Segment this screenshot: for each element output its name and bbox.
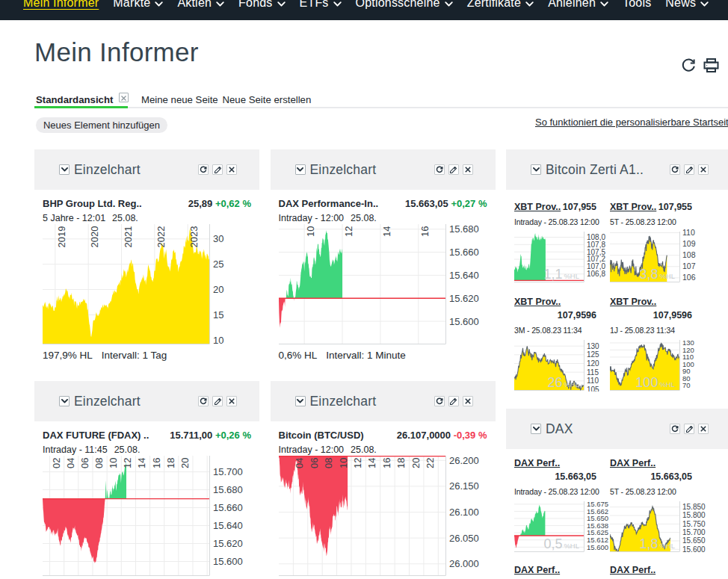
- svg-text:70: 70: [682, 381, 691, 389]
- instrument-name[interactable]: BHP Group Ltd. Reg..: [43, 196, 142, 212]
- svg-text:14: 14: [366, 458, 377, 468]
- mini-chart-area: 1101091081071063,8%HL: [610, 229, 706, 283]
- mini-instrument-link[interactable]: DAX Perf..: [514, 563, 560, 577]
- mini-chart-period: 1J - 25.08.23 11:34: [610, 325, 706, 335]
- nav-item-etfs[interactable]: ETFs: [300, 0, 342, 13]
- mini-instrument-link[interactable]: DAX Perf..: [610, 563, 655, 577]
- card-body: DAX FUTURE (FDAX) ..15.711,00 +0,26 %Int…: [34, 421, 259, 579]
- card-edit-icon[interactable]: [684, 424, 694, 434]
- chart-xbt_5t: 1101091081071063,8%HL: [610, 229, 706, 283]
- tab-neue-seite-erstellen[interactable]: Neue Seite erstellen: [223, 94, 312, 105]
- chevron-down-icon: [700, 0, 709, 13]
- tab-standardansicht[interactable]: Standardansicht: [36, 94, 113, 105]
- mini-quote-value: 107,955: [563, 200, 596, 214]
- quote-change: +0,26 %: [215, 430, 251, 441]
- personalization-help-link[interactable]: So funktioniert die personalisierbare St…: [535, 117, 728, 128]
- card-close-icon[interactable]: [698, 164, 709, 175]
- card-actions: [198, 396, 237, 406]
- svg-text:15.680: 15.680: [213, 484, 243, 495]
- tab-meine-neue-seite[interactable]: Meine neue Seite: [141, 94, 218, 105]
- collapse-chevron-icon[interactable]: [295, 396, 306, 406]
- instrument-quote: 15.711,00 +0,26 %: [170, 427, 251, 444]
- collapse-chevron-icon[interactable]: [59, 164, 70, 175]
- card-header-title: Einzelchart: [310, 394, 434, 409]
- collapse-chevron-icon[interactable]: [59, 396, 70, 406]
- nav-item-tools[interactable]: Tools: [623, 0, 651, 13]
- chart-date: 25.08.: [112, 213, 138, 223]
- card-refresh-icon[interactable]: [198, 164, 209, 175]
- mini-instrument-link[interactable]: DAX Perf..: [514, 456, 560, 470]
- mini-chart-grid: XBT Prov..107,955Intraday - 25.08.23 12:…: [514, 200, 723, 391]
- collapse-chevron-icon[interactable]: [531, 424, 541, 434]
- card-refresh-icon[interactable]: [670, 164, 680, 175]
- svg-text:16: 16: [419, 226, 430, 237]
- svg-text:26.150: 26.150: [449, 480, 479, 492]
- chart-dax_mini_5t: 15.85015.80015.75015.70015.65015.6001,8%…: [610, 499, 706, 553]
- mini-chart-period: 5T - 25.08.23 12:00: [610, 217, 706, 227]
- svg-text:15.650: 15.650: [682, 536, 706, 545]
- svg-text:2023: 2023: [188, 226, 200, 248]
- instrument-name[interactable]: DAX FUTURE (FDAX) ..: [43, 427, 149, 444]
- card-edit-icon[interactable]: [212, 396, 223, 406]
- card-refresh-icon[interactable]: [434, 396, 445, 406]
- card-edit-icon[interactable]: [448, 164, 459, 175]
- card-bitcoin-zerti-a1-: Bitcoin Zerti A1..XBT Prov..107,955Intra…: [506, 149, 728, 394]
- mini-head: XBT Prov..107,9596: [514, 295, 596, 322]
- nav-item-m-rkte[interactable]: Märkte: [113, 0, 163, 13]
- card-edit-icon[interactable]: [212, 164, 223, 175]
- card-refresh-icon[interactable]: [434, 164, 445, 175]
- instrument-name[interactable]: DAX Performance-In..: [279, 196, 379, 212]
- nav-item-optionsscheine[interactable]: Optionsscheine: [356, 0, 453, 13]
- mini-instrument-link[interactable]: XBT Prov..: [514, 200, 561, 214]
- refresh-page-icon[interactable]: [680, 58, 697, 77]
- card-refresh-icon[interactable]: [198, 396, 209, 406]
- nav-item-news[interactable]: News: [665, 0, 709, 13]
- card-close-icon[interactable]: [463, 164, 473, 175]
- card-close-icon[interactable]: [698, 424, 709, 434]
- mini-instrument-link[interactable]: XBT Prov..: [610, 200, 656, 214]
- collapse-chevron-icon[interactable]: [531, 164, 541, 175]
- nav-item-mein-informer[interactable]: Mein Informer: [23, 0, 99, 13]
- svg-text:06: 06: [308, 458, 319, 468]
- nav-item-label: Optionsscheine: [356, 0, 440, 13]
- card-body: Bitcoin (BTC/USD)26.107,0000 -0,39 %Intr…: [271, 421, 496, 579]
- svg-text:15.850: 15.850: [682, 503, 706, 511]
- card-edit-icon[interactable]: [448, 396, 459, 406]
- collapse-chevron-icon[interactable]: [295, 164, 306, 175]
- instrument-row: DAX FUTURE (FDAX) ..15.711,00 +0,26 %: [43, 427, 251, 444]
- card-header: Bitcoin Zerti A1..: [506, 149, 728, 190]
- chart-area: 26.20026.15026.10026.05026.0000406081012…: [279, 456, 487, 577]
- instrument-name[interactable]: Bitcoin (BTC/USD): [279, 427, 364, 444]
- svg-text:08: 08: [93, 458, 105, 468]
- nav-item-fonds[interactable]: Fonds: [238, 0, 285, 13]
- nav-item-anleihen[interactable]: Anleihen: [548, 0, 608, 13]
- chart-date: 25.08.: [351, 213, 377, 223]
- add-element-button[interactable]: Neues Element hinzufügen: [36, 117, 167, 133]
- instrument-quote: 25,89 +0,62 %: [188, 196, 251, 212]
- print-icon[interactable]: [703, 57, 720, 77]
- card-refresh-icon[interactable]: [670, 424, 680, 434]
- card-close-icon[interactable]: [463, 396, 473, 406]
- card-header-title: Einzelchart: [74, 162, 198, 178]
- close-view-icon[interactable]: [119, 93, 129, 102]
- card-close-icon[interactable]: [226, 164, 237, 175]
- svg-text:12: 12: [343, 226, 354, 237]
- card-close-icon[interactable]: [226, 396, 237, 406]
- card-edit-icon[interactable]: [684, 164, 694, 175]
- mini-instrument-link[interactable]: DAX Perf..: [610, 456, 655, 470]
- svg-text:107: 107: [682, 261, 696, 270]
- chart-period-row: 5 Jahre - 12:0125.08.: [43, 212, 251, 224]
- svg-text:2021: 2021: [123, 226, 134, 248]
- mini-instrument-link[interactable]: XBT Prov..: [610, 295, 656, 309]
- mini-instrument-link[interactable]: XBT Prov..: [514, 295, 561, 309]
- nav-item-aktien[interactable]: Aktien: [177, 0, 224, 13]
- card-actions: [670, 424, 709, 434]
- mini-chart-tile: DAX Perf..15.663,05Intraday - 25.08.23 1…: [514, 456, 610, 553]
- nav-item-label: Anleihen: [548, 0, 596, 13]
- card-header-title: Einzelchart: [74, 394, 198, 409]
- chart-bhp: 302520151020192020202120222023: [43, 224, 251, 345]
- nav-item-label: News: [665, 0, 696, 13]
- svg-text:12: 12: [122, 458, 133, 468]
- nav-item-zertifikate[interactable]: Zertifikate: [467, 0, 534, 13]
- svg-text:15.680: 15.680: [449, 224, 479, 235]
